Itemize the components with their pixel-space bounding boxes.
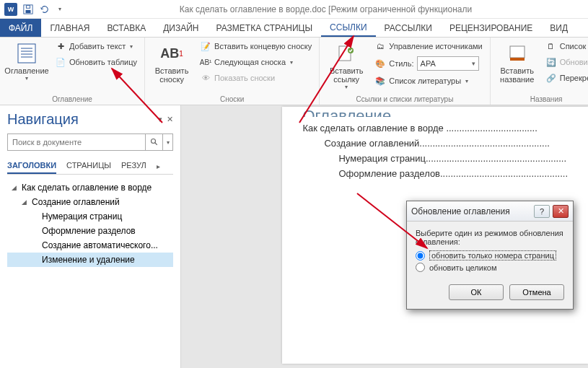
biblio-icon: 📚 xyxy=(374,75,386,87)
toc-line: Как сделать оглавление в ворде .........… xyxy=(302,123,568,133)
insert-endnote-button[interactable]: 📝Вставить концевую сноску xyxy=(197,39,315,53)
radio-entire[interactable]: обновить целиком xyxy=(416,263,564,272)
tree-item[interactable]: Создание автоматического... xyxy=(7,238,173,253)
tab-file[interactable]: ФАЙЛ xyxy=(0,19,41,37)
dialog-title: Обновление оглавления xyxy=(411,206,531,216)
group-toc: Оглавление ▾ ✚Добавить текст▾ 📄Обновить … xyxy=(0,38,145,105)
group-footnotes-label: Сноски xyxy=(149,94,315,105)
manage-icon: 🗂 xyxy=(374,40,386,52)
style-row: 🎨 Стиль: APA▾ xyxy=(372,55,485,72)
nav-tab-pages[interactable]: СТРАНИЦЫ xyxy=(66,158,111,174)
add-text-button[interactable]: ✚Добавить текст▾ xyxy=(52,39,140,53)
help-button[interactable]: ? xyxy=(534,205,550,218)
insert-citation-button[interactable]: Вставить ссылку ▾ xyxy=(324,39,369,93)
group-citations: Вставить ссылку ▾ 🗂Управление источникам… xyxy=(320,38,490,105)
svg-rect-11 xyxy=(510,58,525,61)
navigation-pane: Навигация ▾✕ ▾ ЗАГОЛОВКИ СТРАНИЦЫ РЕЗУЛ … xyxy=(0,105,181,368)
toc-label: Оглавление xyxy=(4,66,48,75)
toc-line: Оформление разделов.....................… xyxy=(302,168,568,179)
add-text-icon: ✚ xyxy=(55,40,66,52)
citation-label: Вставить ссылку xyxy=(330,66,364,84)
endnote-icon: 📝 xyxy=(200,40,211,52)
search-box: ▾ xyxy=(7,133,173,151)
search-dropdown-icon[interactable]: ▾ xyxy=(162,134,172,150)
footnote-icon: AB1 xyxy=(160,42,183,65)
group-captions: Вставить название 🗒Список и 🔄Обновит 🔗Пе… xyxy=(491,38,588,105)
svg-rect-1 xyxy=(26,9,31,12)
ribbon: Оглавление ▾ ✚Добавить текст▾ 📄Обновить … xyxy=(0,38,588,105)
tree-item[interactable]: Нумерация страниц xyxy=(7,209,173,224)
nav-title: Навигация xyxy=(7,111,79,128)
save-icon[interactable] xyxy=(20,1,36,17)
show-icon: 👁 xyxy=(200,72,211,84)
ok-button[interactable]: ОК xyxy=(449,284,504,300)
undo-icon[interactable] xyxy=(36,1,52,17)
insert-caption-button[interactable]: Вставить название xyxy=(495,39,540,87)
update-toc-dialog: Обновление оглавления ? ✕ Выберите один … xyxy=(406,201,574,310)
doc-heading: Оглавление xyxy=(302,107,568,117)
toc-button[interactable]: Оглавление ▾ xyxy=(4,39,49,84)
nav-dropdown-icon[interactable]: ▾ xyxy=(158,115,162,124)
style-combo[interactable]: APA▾ xyxy=(417,56,479,71)
update-figures-button[interactable]: 🔄Обновит xyxy=(543,55,588,69)
update-icon: 📄 xyxy=(55,56,66,68)
qat-dropdown-icon[interactable]: ▾ xyxy=(52,1,68,17)
bibliography-button[interactable]: 📚Список литературы▾ xyxy=(372,74,485,88)
tree-item[interactable]: Оформление разделов xyxy=(7,224,173,238)
svg-rect-2 xyxy=(26,5,30,8)
citation-icon xyxy=(335,42,358,65)
close-button[interactable]: ✕ xyxy=(553,205,569,218)
show-notes-button[interactable]: 👁Показать сноски xyxy=(197,71,315,85)
nav-tabs-more-icon[interactable]: ▸ xyxy=(157,162,160,170)
toc-line: Создание оглавлений.....................… xyxy=(302,138,568,149)
cancel-button[interactable]: Отмена xyxy=(509,284,564,300)
nav-tab-headings[interactable]: ЗАГОЛОВКИ xyxy=(7,158,56,174)
title-bar: W ▾ Как сделать оглавление в ворде.doc [… xyxy=(0,0,588,19)
group-footnotes: AB1 Вставить сноску 📝Вставить концевую с… xyxy=(145,38,320,105)
tab-view[interactable]: ВИД xyxy=(541,19,576,37)
tree-item[interactable]: ◢Как сделать оглавление в ворде xyxy=(7,180,173,195)
manage-sources-button[interactable]: 🗂Управление источниками xyxy=(372,39,485,53)
group-toc-label: Оглавление xyxy=(4,94,140,105)
group-captions-label: Названия xyxy=(495,94,588,105)
next-footnote-button[interactable]: AB¹Следующая сноска▾ xyxy=(197,55,315,69)
list-figures-button[interactable]: 🗒Список и xyxy=(543,39,588,53)
svg-rect-3 xyxy=(18,44,35,63)
radio-input[interactable] xyxy=(416,251,425,260)
radio-input[interactable] xyxy=(416,263,425,272)
tab-layout[interactable]: РАЗМЕТКА СТРАНИЦЫ xyxy=(208,19,322,37)
ribbon-tabs: ФАЙЛ ГЛАВНАЯ ВСТАВКА ДИЗАЙН РАЗМЕТКА СТР… xyxy=(0,19,588,38)
nav-close-icon[interactable]: ✕ xyxy=(167,115,173,124)
tab-references[interactable]: ССЫЛКИ xyxy=(321,19,375,37)
tab-review[interactable]: РЕЦЕНЗИРОВАНИЕ xyxy=(441,19,541,37)
dialog-prompt: Выберите один из режимов обновления огла… xyxy=(416,229,564,246)
tab-home[interactable]: ГЛАВНАЯ xyxy=(41,19,98,37)
group-citations-label: Ссылки и списки литературы xyxy=(324,94,485,105)
window-title: Как сделать оглавление в ворде.doc [Режи… xyxy=(68,4,584,14)
tab-design[interactable]: ДИЗАЙН xyxy=(154,19,207,37)
toc-icon xyxy=(15,42,38,65)
caption-icon xyxy=(506,42,529,65)
tree-item[interactable]: Изменение и удаление xyxy=(7,253,173,267)
toc-line: Нумерация страниц.......................… xyxy=(302,153,568,164)
tab-mailings[interactable]: РАССЫЛКИ xyxy=(376,19,441,37)
svg-point-12 xyxy=(151,139,155,144)
footnote-label: Вставить сноску xyxy=(155,66,189,84)
tree-item[interactable]: ◢Создание оглавлений xyxy=(7,195,173,209)
radio-page-numbers[interactable]: обновить только номера страниц xyxy=(416,250,564,260)
caption-label: Вставить название xyxy=(500,66,534,84)
svg-rect-10 xyxy=(510,46,525,58)
nav-tab-results[interactable]: РЕЗУЛ xyxy=(121,158,146,174)
style-icon: 🎨 xyxy=(374,58,386,69)
update-toc-button[interactable]: 📄Обновить таблицу xyxy=(52,55,140,69)
nav-tree: ◢Как сделать оглавление в ворде ◢Создани… xyxy=(7,180,173,267)
tab-insert[interactable]: ВСТАВКА xyxy=(98,19,154,37)
svg-line-13 xyxy=(155,143,157,145)
search-button[interactable] xyxy=(145,134,162,150)
insert-footnote-button[interactable]: AB1 Вставить сноску xyxy=(149,39,194,87)
search-input[interactable] xyxy=(8,134,145,150)
word-icon: W xyxy=(4,3,17,16)
crossref-button[interactable]: 🔗Перекрес xyxy=(543,71,588,85)
